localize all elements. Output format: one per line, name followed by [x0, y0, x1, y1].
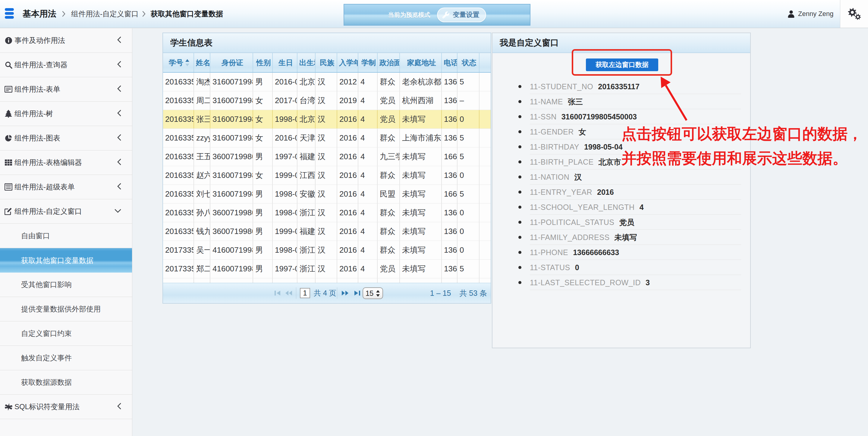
- table-cell: [210, 278, 253, 283]
- variable-label: 11-BIRTHDAY: [530, 143, 579, 151]
- table-cell: 2017335110: [163, 241, 194, 259]
- sidebar-item-4[interactable]: 组件用法-图表: [0, 126, 132, 150]
- admin-gear-button[interactable]: [840, 0, 868, 28]
- breadcrumb-parent[interactable]: 组件用法-自定义窗口: [71, 0, 138, 28]
- table-cell: 浙江省: [298, 260, 315, 278]
- table-cell: 周二: [194, 91, 210, 110]
- table-cell: 360071998054500091: [210, 222, 253, 241]
- variable-value: 316007199805450003: [561, 113, 637, 121]
- table-row-6[interactable]: 2016335107刘七316007199805450007男1998-05-0…: [163, 185, 491, 204]
- sidebar-item-6[interactable]: 组件用法-超级表单: [0, 175, 132, 199]
- table-row-10[interactable]: 2017335111郑二416007199805450011男1997-05-0…: [163, 260, 491, 278]
- sidebar-item-0[interactable]: 事件及动作用法: [0, 28, 132, 53]
- table-row-4[interactable]: 2016335105王五360071998054500051男1997-05-0…: [163, 147, 491, 166]
- variable-label: 11-POLITICAL_STATUS: [530, 218, 614, 227]
- column-header-label: 电话: [444, 58, 458, 67]
- sidebar-item-7[interactable]: 组件用法-自定义窗口: [0, 199, 132, 224]
- column-header-12[interactable]: 状态: [458, 53, 479, 72]
- column-header-6[interactable]: 民族: [315, 53, 337, 72]
- next-page-button[interactable]: [341, 283, 349, 303]
- sidebar-subitem-7-0[interactable]: 自由窗口: [0, 224, 132, 248]
- column-header-3[interactable]: 性别: [253, 53, 273, 72]
- table-cell: 群众: [378, 73, 400, 91]
- column-header-1[interactable]: 姓名: [194, 53, 210, 72]
- sidebar-item-3[interactable]: 组件用法-树: [0, 101, 132, 126]
- column-header-5[interactable]: 出生地: [298, 53, 315, 72]
- table-cell: 13606666666: [442, 241, 458, 259]
- page-size-value: 15: [366, 289, 374, 298]
- sidebar-item-label: 组件用法-表单: [14, 84, 60, 94]
- table-row-7[interactable]: 2016335108孙八360071998054500081男1998-05-0…: [163, 204, 491, 222]
- table-row-3[interactable]: 2016335104zzyy316007199805450004女2016-05…: [163, 129, 491, 147]
- cogs-icon: [847, 7, 861, 20]
- table-cell: 0: [458, 204, 479, 222]
- variable-item-9: 11-POLITICAL_STATUS党员: [493, 215, 750, 230]
- table-cell: 316007199805450007: [210, 185, 253, 203]
- menu-icon[interactable]: [5, 8, 14, 19]
- variable-value: 女: [579, 127, 586, 137]
- column-header-7[interactable]: 入学年份: [337, 53, 358, 72]
- table-row-5[interactable]: 2016335106赵六316007199805450006女1999-05-0…: [163, 166, 491, 185]
- column-header-8[interactable]: 学制: [358, 53, 378, 72]
- variable-settings-button[interactable]: 变量设置: [437, 7, 486, 22]
- table-cell: 1998-05-04: [273, 241, 298, 259]
- table-row-0[interactable]: 2016335101淘杰316007199805450001男2016-05-0…: [163, 73, 491, 91]
- table-cell: 汉: [315, 147, 337, 166]
- column-header-4[interactable]: 生日: [273, 53, 298, 72]
- sidebar-subitem-7-4[interactable]: 自定义窗口约束: [0, 321, 132, 346]
- table-cell: 2016335107: [163, 185, 194, 203]
- table-row-2[interactable]: 2016335117张三316007199805450003女1998-05-0…: [163, 110, 491, 129]
- page-number-input[interactable]: [300, 288, 310, 298]
- column-header-9[interactable]: 政治面貌: [378, 53, 400, 72]
- last-page-button[interactable]: [354, 283, 361, 303]
- table-cell: 5: [458, 147, 479, 166]
- table-cell: 13606666666: [442, 91, 458, 110]
- prev-page-button[interactable]: [285, 283, 293, 303]
- table-row-1[interactable]: 2016335102周二316007199805450002女2017-05-0…: [163, 91, 491, 110]
- variable-label: 11-PHONE: [530, 248, 568, 257]
- variable-label: 11-NATION: [530, 173, 569, 181]
- form-icon: [4, 85, 12, 93]
- sidebar-subitem-7-5[interactable]: 触发自定义事件: [0, 346, 132, 370]
- user-menu[interactable]: Zenny Zeng: [787, 0, 833, 28]
- column-header-10[interactable]: 家庭地址: [400, 53, 442, 72]
- table-row-11[interactable]: [163, 278, 491, 283]
- sidebar-item-2[interactable]: 组件用法-表单: [0, 77, 132, 101]
- table-cell: 群众: [378, 222, 400, 241]
- sidebar-subitem-7-2[interactable]: 受其他窗口影响: [0, 272, 132, 297]
- table-row-9[interactable]: 2017335110吴一416007199805450010男1998-05-0…: [163, 241, 491, 260]
- table-cell: 2016335102: [163, 91, 194, 110]
- table-cell: 党员: [378, 260, 400, 278]
- sidebar-subitem-7-6[interactable]: 获取数据源数据: [0, 370, 132, 395]
- first-page-button[interactable]: [274, 283, 281, 303]
- table-cell: 2016335109: [163, 222, 194, 241]
- table-cell: 汉: [315, 73, 337, 91]
- variable-item-11: 11-PHONE13666666633: [493, 245, 750, 260]
- edit-icon: [4, 207, 12, 215]
- page: 基本用法 组件用法-自定义窗口 获取其他窗口变量数据 当前为预览模式 变量设置 …: [0, 0, 868, 436]
- table-cell: 男: [253, 222, 273, 241]
- table-cell: 0: [458, 241, 479, 259]
- table-cell: 2016-05-04: [273, 129, 298, 147]
- table-cell: 316007199805450003: [210, 110, 253, 128]
- column-header-2[interactable]: 身份证: [210, 53, 253, 72]
- pagination-bar: 共 4 页 15 1 – 15 共 53 条: [163, 283, 491, 303]
- variable-label: 11-STATUS: [530, 263, 570, 272]
- table-cell: 未填写: [400, 222, 442, 241]
- page-size-select[interactable]: 15: [363, 287, 383, 299]
- table-cell: 浙江省: [298, 204, 315, 222]
- sidebar-item-1[interactable]: 组件用法-查询器: [0, 53, 132, 77]
- table-cell: 4: [358, 185, 378, 203]
- sidebar-item-5[interactable]: 组件用法-表格编辑器: [0, 150, 132, 175]
- column-header-label: 政治面貌: [379, 58, 400, 67]
- chevron-left-icon: [117, 134, 121, 142]
- table-row-8[interactable]: 2016335109钱九360071998054500091男1999-05-0…: [163, 222, 491, 241]
- sidebar-subitem-7-3[interactable]: 提供变量数据供外部使用: [0, 297, 132, 321]
- sidebar-subitem-7-1[interactable]: 获取其他窗口变量数据: [0, 248, 132, 272]
- variable-item-10: 11-FAMILY_ADDRESS未填写: [493, 230, 750, 245]
- sidebar-item-8[interactable]: SQL标识符变量用法: [0, 395, 132, 419]
- annotation-line1: 点击按钮可以获取左边窗口的数据，: [621, 122, 863, 146]
- column-header-11[interactable]: 电话: [442, 53, 458, 72]
- column-header-0[interactable]: 学号: [163, 53, 194, 72]
- table-cell: 1998-05-04: [273, 204, 298, 222]
